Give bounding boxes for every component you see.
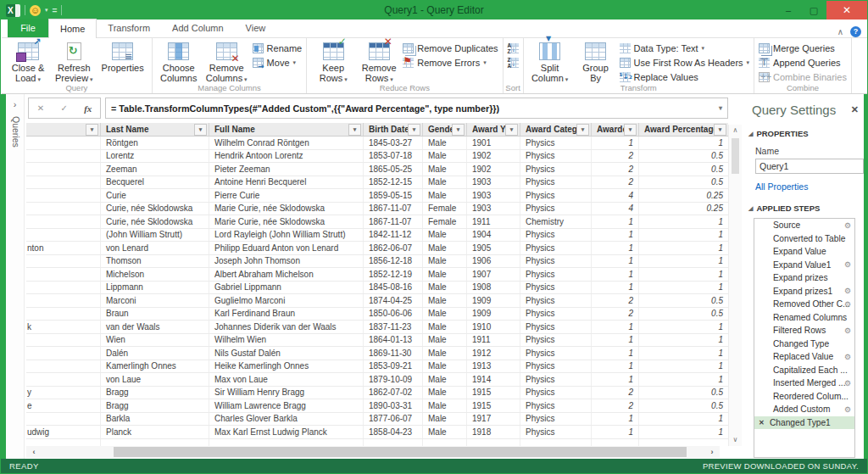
formula-input[interactable]: = Table.TransformColumnTypes(#"Added Cus…: [105, 98, 728, 119]
tab-transform[interactable]: Transform: [97, 19, 161, 37]
table-row[interactable]: udwigPlanckMax Karl Ernst Ludwig Planck1…: [26, 426, 728, 439]
horizontal-scroll-thumb[interactable]: [114, 447, 687, 457]
tab-add-column[interactable]: Add Column: [161, 19, 235, 37]
maximize-button[interactable]: ▢: [801, 1, 826, 20]
table-row[interactable]: von LaueMax von Laue1879-10-09Male1914Ph…: [26, 373, 728, 387]
applied-step-changed-type1[interactable]: ✕Changed Type1: [754, 416, 854, 430]
step-settings-gear-icon[interactable]: ⚙: [844, 300, 851, 309]
horizontal-scrollbar[interactable]: ‹ ›: [26, 446, 720, 458]
table-row[interactable]: Kamerlingh OnnesHeike Kamerlingh Onnes18…: [26, 360, 728, 374]
column-header-award-year[interactable]: Award Year▾: [467, 123, 520, 136]
refresh-preview-button[interactable]: RefreshPreview ▾: [52, 41, 97, 86]
applied-step-removed-other-c[interactable]: Removed Other C...⚙: [754, 298, 854, 311]
table-row[interactable]: LorentzHendrik Antoon Lorentz1853-07-18M…: [26, 150, 728, 164]
filter-dropdown-icon[interactable]: ▾: [505, 124, 518, 136]
rename-button[interactable]: Rename: [253, 42, 303, 55]
replace-values-button[interactable]: Replace Values: [620, 70, 750, 84]
merge-queries-button[interactable]: Merge Queries: [759, 42, 847, 55]
remove-duplicates-button[interactable]: Remove Duplicates: [403, 42, 498, 55]
applied-step-expand-value1[interactable]: Expand Value1⚙: [754, 259, 854, 272]
filter-dropdown-icon[interactable]: ▾: [714, 124, 726, 136]
column-header-item[interactable]: ▾: [26, 123, 101, 136]
column-header-award-percentage[interactable]: Award Percentage▾: [639, 123, 728, 136]
collapse-ribbon-icon[interactable]: ∧: [837, 27, 843, 36]
sort-desc-button[interactable]: ZA↓: [508, 56, 519, 70]
applied-step-inserted-merged[interactable]: Inserted Merged ...⚙: [754, 376, 854, 390]
table-row[interactable]: ntonvon LenardPhilipp Eduard Anton von L…: [26, 242, 728, 255]
commit-formula-icon[interactable]: ✓: [60, 103, 67, 113]
queries-pane-collapsed[interactable]: › Queries: [6, 94, 25, 459]
table-row[interactable]: ZeemanPieter Zeeman1865-05-25Male1902Phy…: [26, 163, 728, 176]
use-first-row-as-headers-button[interactable]: Use First Row As Headers▾: [620, 56, 750, 70]
remove-columns-button[interactable]: RemoveColumns ▾: [203, 41, 251, 86]
table-row[interactable]: MichelsonAlbert Abraham Michelson1852-12…: [26, 268, 728, 282]
applied-step-expand-prizes[interactable]: Expand prizes: [754, 271, 854, 285]
tab-file[interactable]: File: [8, 19, 48, 37]
applied-step-expand-value[interactable]: Expand Value: [754, 245, 854, 259]
remove-errors-button[interactable]: Remove Errors▾: [403, 56, 498, 70]
table-row[interactable]: (John William Strutt)Lord Rayleigh (John…: [26, 229, 728, 243]
data-type-text-button[interactable]: Data Type: Text▾: [620, 42, 750, 55]
table-row[interactable]: Curie, née SklodowskaMarie Curie, née Sk…: [26, 203, 728, 216]
filter-dropdown-icon[interactable]: ▾: [452, 124, 465, 136]
filter-dropdown-icon[interactable]: ▾: [408, 124, 420, 136]
table-row[interactable]: MarconiGuglielmo Marconi1874-04-25Male19…: [26, 294, 728, 308]
column-header-award-category[interactable]: Award Category▾: [520, 123, 592, 136]
append-queries-button[interactable]: Append Queries: [759, 56, 847, 70]
table-row[interactable]: eBraggWilliam Lawrence Bragg1890-03-31Ma…: [26, 399, 728, 413]
column-header-awardees[interactable]: Awardees▾: [592, 123, 639, 136]
table-row[interactable]: BraunKarl Ferdinand Braun1850-06-06Male1…: [26, 308, 728, 321]
applied-step-added-custom[interactable]: Added Custom⚙: [754, 403, 854, 416]
filter-dropdown-icon[interactable]: ▾: [624, 124, 637, 136]
choose-columns-button[interactable]: ChooseColumns: [157, 41, 201, 85]
column-header-birth-date[interactable]: Birth Date▾: [364, 123, 423, 136]
scroll-left-icon[interactable]: ‹: [26, 448, 42, 456]
close-button[interactable]: ✕: [826, 1, 867, 20]
applied-step-filtered-rows[interactable]: Filtered Rows⚙: [754, 324, 854, 337]
table-row[interactable]: RöntgenWilhelm Conrad Röntgen1845-03-27M…: [26, 137, 728, 150]
table-row[interactable]: ThomsonJoseph John Thomson1856-12-18Male…: [26, 255, 728, 269]
tab-view[interactable]: View: [235, 19, 277, 37]
step-settings-gear-icon[interactable]: ⚙: [844, 260, 851, 269]
remove-rows-button[interactable]: RemoveRows ▾: [357, 41, 401, 86]
applied-step-replaced-value[interactable]: Replaced Value⚙: [754, 350, 854, 364]
applied-steps-section-header[interactable]: ◢ APPLIED STEPS: [748, 204, 864, 213]
sort-asc-button[interactable]: AZ↓: [508, 42, 519, 55]
group-by-button[interactable]: GroupBy: [574, 41, 618, 85]
filter-dropdown-icon[interactable]: ▾: [194, 124, 207, 136]
applied-step-changed-type[interactable]: Changed Type: [754, 337, 854, 351]
table-row[interactable]: WienWilhelm Wien1864-01-13Male1911Physic…: [26, 334, 728, 348]
delete-step-icon[interactable]: ✕: [759, 419, 765, 427]
cancel-formula-icon[interactable]: ✕: [37, 103, 44, 113]
applied-step-capitalized-each[interactable]: Capitalized Each ...: [754, 364, 854, 377]
vertical-scroll-thumb[interactable]: [732, 138, 739, 174]
table-row[interactable]: Curie, née SklodowskaMarie Curie, née Sk…: [26, 215, 728, 229]
scroll-up-icon[interactable]: ∧: [729, 125, 742, 137]
table-row[interactable]: kvan der WaalsJohannes Diderik van der W…: [26, 321, 728, 334]
scroll-down-icon[interactable]: ∨: [729, 434, 742, 446]
expand-queries-icon[interactable]: ›: [6, 99, 24, 109]
move-button[interactable]: Move▾: [253, 56, 303, 70]
applied-step-renamed-columns[interactable]: Renamed Columns: [754, 311, 854, 325]
filter-dropdown-icon[interactable]: ▾: [86, 124, 98, 136]
keep-rows-button[interactable]: KeepRows ▾: [311, 41, 355, 86]
help-icon[interactable]: ?: [850, 26, 861, 37]
table-row[interactable]: LippmannGabriel Lippmann1845-08-16Male19…: [26, 282, 728, 295]
minimize-button[interactable]: –: [776, 1, 801, 20]
all-properties-link[interactable]: All Properties: [755, 181, 808, 192]
applied-step-converted-to-table[interactable]: Converted to Table: [754, 232, 854, 246]
vertical-scrollbar[interactable]: ∧ ∨: [728, 125, 742, 446]
column-header-gender[interactable]: Gender▾: [423, 123, 467, 136]
applied-step-expand-prizes1[interactable]: Expand prizes1⚙: [754, 285, 854, 298]
column-header-last-name[interactable]: Last Name▾: [101, 123, 209, 136]
step-settings-gear-icon[interactable]: ⚙: [844, 287, 851, 295]
applied-step-reordered-colum[interactable]: Reordered Colum...: [754, 390, 854, 404]
properties-section-header[interactable]: ◢ PROPERTIES: [748, 129, 864, 138]
step-settings-gear-icon[interactable]: ⚙: [844, 326, 851, 335]
filter-dropdown-icon[interactable]: ▾: [576, 124, 589, 136]
tab-home[interactable]: Home: [48, 19, 97, 38]
formula-expand-icon[interactable]: ▾: [719, 104, 722, 112]
table-row[interactable]: yBraggSir William Henry Bragg1862-07-02M…: [26, 387, 728, 400]
close-panel-icon[interactable]: ✕: [851, 104, 859, 115]
step-settings-gear-icon[interactable]: ⚙: [844, 379, 851, 388]
